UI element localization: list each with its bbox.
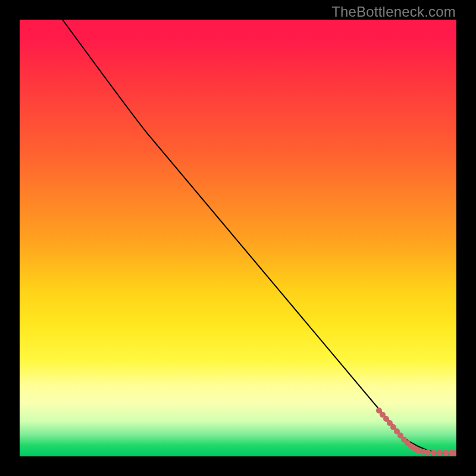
data-point (453, 450, 456, 456)
chart-stage: TheBottleneck.com (0, 0, 476, 476)
curve-line (62, 20, 456, 454)
chart-svg (20, 20, 456, 456)
data-point (443, 450, 449, 456)
data-point (425, 449, 431, 455)
curve-dotted-tail (376, 408, 456, 456)
data-point (431, 450, 437, 456)
data-point (437, 450, 443, 456)
plot-area (20, 20, 456, 456)
attribution-text: TheBottleneck.com (331, 4, 456, 20)
